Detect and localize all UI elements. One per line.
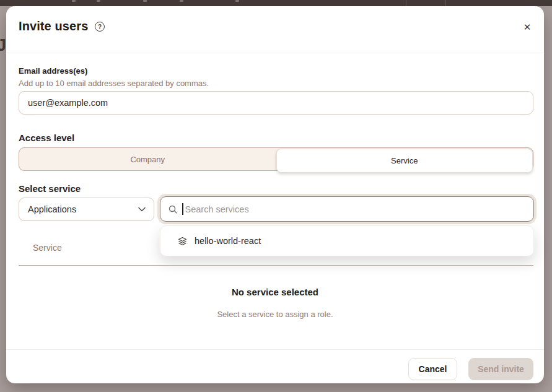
topbar-text-fragment (143, 0, 147, 2)
service-category-select[interactable]: Applications (19, 198, 154, 221)
chevron-down-icon (138, 207, 146, 212)
modal-footer: Cancel Send invite (6, 349, 544, 383)
empty-state-title: No service selected (6, 287, 544, 297)
email-label: Email address(es) (19, 66, 87, 76)
table-divider (19, 265, 533, 266)
service-result-item[interactable]: hello-world-react (160, 226, 533, 256)
toggle-option-company[interactable]: Company (19, 148, 276, 170)
toggle-option-service[interactable]: Service (276, 149, 533, 173)
service-column-header: Service (33, 243, 62, 253)
invite-users-modal: Invite users ? ✕ Email address(es) Add u… (6, 6, 544, 383)
text-caret (182, 203, 183, 215)
help-icon[interactable]: ? (95, 22, 105, 32)
topbar-text-fragment (72, 0, 76, 2)
service-result-label: hello-world-react (195, 236, 261, 246)
topbar-text-fragment (180, 0, 183, 2)
topbar-text-fragment (235, 0, 239, 2)
help-glyph: ? (98, 24, 102, 30)
background-topbar (0, 0, 552, 6)
access-level-label: Access level (19, 133, 74, 143)
service-search-box (160, 196, 534, 222)
search-icon (168, 204, 178, 214)
cancel-button[interactable]: Cancel (408, 358, 457, 380)
modal-header: Invite users ? ✕ (6, 6, 544, 53)
select-service-label: Select service (19, 183, 81, 194)
topbar-text-fragment (97, 0, 100, 2)
modal-title: Invite users (19, 19, 88, 33)
email-field[interactable] (19, 91, 533, 115)
send-invite-button[interactable]: Send invite (468, 358, 533, 380)
service-category-value: Applications (28, 204, 76, 214)
empty-state-subtitle: Select a service to assign a role. (6, 310, 544, 319)
topbar-divider (445, 0, 446, 6)
access-level-toggle: Company Service (19, 147, 533, 171)
search-services-input[interactable] (185, 204, 527, 214)
layers-icon (178, 237, 187, 246)
email-helper-text: Add up to 10 email addresses separated b… (19, 79, 209, 88)
close-icon[interactable]: ✕ (519, 19, 535, 35)
topbar-divider (406, 0, 406, 6)
background-partial-text: J (0, 35, 6, 55)
screen: J Invite users ? ✕ Email address(es) Add… (0, 0, 552, 392)
service-results-dropdown: hello-world-react (160, 225, 534, 256)
